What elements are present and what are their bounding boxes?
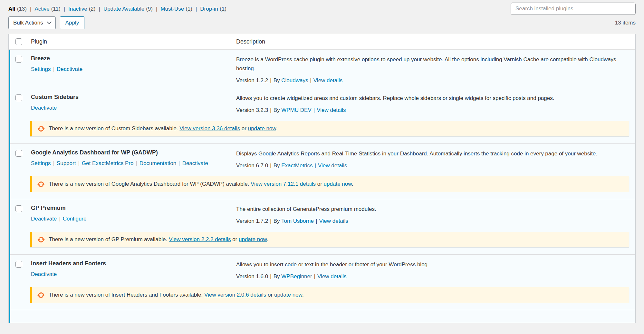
- chevron-down-icon: [47, 22, 52, 25]
- plugin-description: The entire collection of GeneratePress p…: [236, 205, 628, 214]
- update-notice: There is a new version of Insert Headers…: [30, 287, 629, 303]
- bulk-actions-select[interactable]: Bulk Actions: [8, 16, 56, 29]
- plugins-table: Plugin Description Breeze Settings|Deact…: [8, 34, 636, 323]
- deactivate-link[interactable]: Deactivate: [31, 271, 57, 277]
- update-notice-row: There is a new version of Google Analyti…: [10, 173, 635, 199]
- table-header: Plugin Description: [9, 34, 635, 50]
- update-message: There is a new version of Google Analyti…: [49, 181, 249, 187]
- filter-active[interactable]: Active (11): [34, 6, 60, 12]
- filter-separator: |: [64, 6, 65, 12]
- select-plugin-checkbox[interactable]: [15, 56, 22, 63]
- plugin-name: Insert Headers and Footers: [31, 260, 230, 267]
- author-link[interactable]: WPBeginner: [281, 273, 312, 280]
- settings-link[interactable]: Settings: [31, 160, 51, 166]
- select-plugin-checkbox[interactable]: [15, 150, 22, 157]
- update-now-link[interactable]: update now: [248, 125, 276, 132]
- update-notice: There is a new version of GP Premium ava…: [30, 232, 629, 247]
- plugin-row-gp-premium: GP Premium Deactivate|Configure The enti…: [10, 199, 635, 254]
- plugin-name: GP Premium: [31, 205, 230, 211]
- plugin-name: Breeze: [31, 55, 230, 62]
- configure-link[interactable]: Configure: [63, 216, 87, 222]
- filter-all[interactable]: All (13): [8, 6, 27, 12]
- plugin-description: Breeze is a WordPress cache plugin with …: [236, 55, 628, 73]
- update-notice-row: There is a new version of Insert Headers…: [10, 284, 635, 310]
- update-now-link[interactable]: update now: [274, 292, 302, 298]
- filter-separator: |: [156, 6, 157, 12]
- update-message: There is a new version of GP Premium ava…: [49, 236, 167, 242]
- select-plugin-checkbox[interactable]: [15, 205, 22, 212]
- author-link[interactable]: WPMU DEV: [281, 107, 312, 113]
- plugin-description: Allows you to insert code or text in the…: [236, 260, 628, 269]
- view-details-link[interactable]: View details: [313, 77, 342, 84]
- update-notice: There is a new version of Custom Sidebar…: [30, 121, 629, 136]
- plugin-description: Allows you to create widgetized areas an…: [236, 94, 628, 103]
- plugin-meta: Version 1.7.2|By Tom Usborne|View detail…: [236, 218, 628, 224]
- plugin-meta: Version 1.6.0|By WPBeginner|View details: [236, 273, 628, 280]
- filter-separator: |: [30, 6, 31, 12]
- table-body: Breeze Settings|Deactivate Breeze is a W…: [9, 50, 635, 323]
- plugin-row-insert-headers-footers: Insert Headers and Footers Deactivate Al…: [10, 254, 635, 310]
- view-version-details-link[interactable]: View version 7.12.1 details: [251, 181, 316, 187]
- plugin-row-custom-sidebars: Custom Sidebars Deactivate Allows you to…: [10, 88, 635, 143]
- bulk-actions-label: Bulk Actions: [13, 20, 43, 26]
- support-link[interactable]: Support: [57, 160, 76, 166]
- plugin-row-partial: [10, 310, 635, 323]
- deactivate-link[interactable]: Deactivate: [182, 160, 208, 166]
- filter-drop-in[interactable]: Drop-in (1): [200, 6, 226, 12]
- view-details-link[interactable]: View details: [318, 162, 347, 169]
- update-now-link[interactable]: update now: [239, 236, 267, 242]
- deactivate-link[interactable]: Deactivate: [31, 216, 57, 222]
- plugin-meta: Version 3.2.3|By WPMU DEV|View details: [236, 107, 628, 113]
- author-link[interactable]: Cloudways: [281, 77, 308, 84]
- bulk-actions-toolbar: Bulk Actions Apply 13 items: [8, 16, 636, 29]
- update-now-link[interactable]: update now: [324, 181, 352, 187]
- plugin-column-header: Plugin: [31, 38, 236, 45]
- update-notice: There is a new version of Google Analyti…: [30, 176, 629, 192]
- view-details-link[interactable]: View details: [317, 273, 346, 280]
- filter-separator: |: [196, 6, 197, 12]
- view-details-link[interactable]: View details: [319, 218, 348, 224]
- documentation-link[interactable]: Documentation: [139, 160, 176, 166]
- view-details-link[interactable]: View details: [317, 107, 346, 113]
- author-link[interactable]: Tom Usborne: [281, 218, 314, 224]
- settings-link[interactable]: Settings: [31, 66, 51, 72]
- plugin-name: Google Analytics Dashboard for WP (GADWP…: [31, 149, 230, 156]
- description-column-header: Description: [236, 38, 635, 45]
- plugin-description: Displays Google Analytics Reports and Re…: [236, 149, 628, 158]
- plugin-meta: Version 6.7.0|By ExactMetrics|View detai…: [236, 162, 628, 169]
- get-exactmetrics-pro-link[interactable]: Get ExactMetrics Pro: [82, 160, 134, 166]
- filter-separator: |: [99, 6, 100, 12]
- view-version-details-link[interactable]: View version 3.36 details: [179, 125, 240, 132]
- filter-must-use[interactable]: Must-Use (1): [160, 6, 192, 12]
- apply-button[interactable]: Apply: [60, 16, 85, 29]
- update-message: There is a new version of Insert Headers…: [49, 292, 203, 298]
- update-icon: [37, 125, 45, 133]
- view-version-details-link[interactable]: View version 2.0.6 details: [204, 292, 266, 298]
- select-all-checkbox[interactable]: [15, 38, 22, 45]
- select-plugin-checkbox[interactable]: [15, 94, 22, 101]
- plugin-row-breeze: Breeze Settings|Deactivate Breeze is a W…: [10, 50, 635, 88]
- author-link[interactable]: ExactMetrics: [281, 162, 312, 169]
- items-count: 13 items: [615, 20, 636, 26]
- search-input[interactable]: [511, 3, 636, 15]
- plugins-page: All (13) | Active (11) | Inactive (2) | …: [0, 0, 644, 323]
- view-version-details-link[interactable]: View version 2.2.2 details: [169, 236, 231, 242]
- deactivate-link[interactable]: Deactivate: [57, 66, 82, 72]
- update-icon: [37, 180, 45, 188]
- update-icon: [37, 291, 45, 299]
- plugin-row-gadwp: Google Analytics Dashboard for WP (GADWP…: [10, 143, 635, 199]
- update-notice-row: There is a new version of GP Premium ava…: [10, 229, 635, 254]
- update-message: There is a new version of Custom Sidebar…: [49, 125, 178, 132]
- filter-update-available[interactable]: Update Available (9): [103, 6, 153, 12]
- deactivate-link[interactable]: Deactivate: [31, 105, 57, 111]
- plugin-name: Custom Sidebars: [31, 94, 230, 101]
- update-notice-row: There is a new version of Custom Sidebar…: [10, 118, 635, 143]
- plugin-meta: Version 1.2.2|By Cloudways|View details: [236, 77, 628, 84]
- filter-inactive[interactable]: Inactive (2): [68, 6, 95, 12]
- select-plugin-checkbox[interactable]: [15, 261, 22, 268]
- update-icon: [37, 236, 45, 244]
